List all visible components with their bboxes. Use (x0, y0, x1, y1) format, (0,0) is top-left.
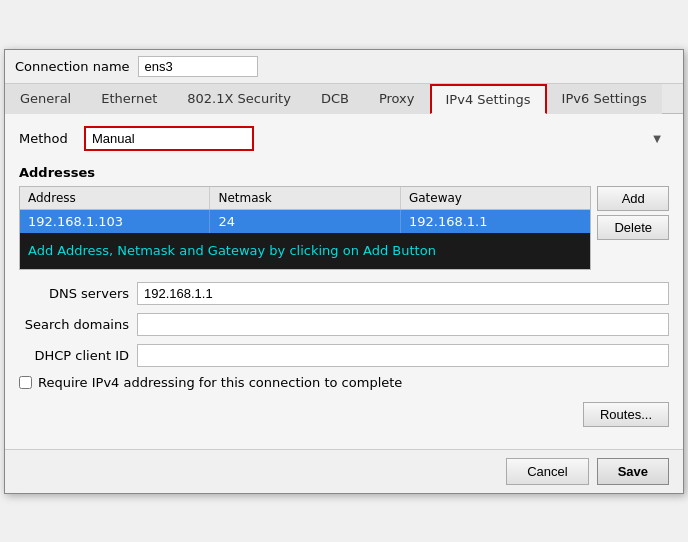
connection-name-label: Connection name (15, 59, 130, 74)
checkbox-row: Require IPv4 addressing for this connect… (19, 375, 669, 390)
tab-ethernet[interactable]: Ethernet (86, 84, 172, 114)
cell-address: 192.168.1.103 (20, 210, 210, 233)
method-select[interactable]: Automatic (DHCP) Manual Link-Local Only … (84, 126, 254, 151)
col-address: Address (20, 187, 210, 209)
tab-ipv4[interactable]: IPv4 Settings (430, 84, 547, 114)
tab-proxy[interactable]: Proxy (364, 84, 430, 114)
routes-button[interactable]: Routes... (583, 402, 669, 427)
addresses-table-wrapper: Address Netmask Gateway 192.168.1.103 24… (19, 186, 669, 270)
connection-name-bar: Connection name (5, 50, 683, 84)
method-label: Method (19, 131, 74, 146)
dhcp-label: DHCP client ID (19, 348, 129, 363)
addresses-table: Address Netmask Gateway 192.168.1.103 24… (19, 186, 591, 270)
dns-input[interactable] (137, 282, 669, 305)
tab-security[interactable]: 802.1X Security (172, 84, 306, 114)
address-row[interactable]: 192.168.1.103 24 192.168.1.1 (20, 210, 590, 233)
main-window: Connection name General Ethernet 802.1X … (4, 49, 684, 494)
checkbox-label: Require IPv4 addressing for this connect… (38, 375, 402, 390)
cell-gateway: 192.168.1.1 (401, 210, 590, 233)
tab-general[interactable]: General (5, 84, 86, 114)
dhcp-row: DHCP client ID (19, 344, 669, 367)
bottom-buttons: Cancel Save (5, 449, 683, 493)
ipv4-require-checkbox[interactable] (19, 376, 32, 389)
save-button[interactable]: Save (597, 458, 669, 485)
tooltip-text: Add Address, Netmask and Gateway by clic… (28, 243, 436, 258)
add-button[interactable]: Add (597, 186, 669, 211)
connection-name-input[interactable] (138, 56, 258, 77)
delete-button[interactable]: Delete (597, 215, 669, 240)
method-select-wrapper: Automatic (DHCP) Manual Link-Local Only … (84, 126, 669, 151)
col-gateway: Gateway (401, 187, 590, 209)
cell-netmask: 24 (210, 210, 400, 233)
addresses-title: Addresses (19, 165, 669, 180)
col-netmask: Netmask (210, 187, 400, 209)
routes-row: Routes... (19, 402, 669, 427)
search-domains-input[interactable] (137, 313, 669, 336)
content-area: Method Automatic (DHCP) Manual Link-Loca… (5, 114, 683, 449)
addresses-section: Addresses Address Netmask Gateway 192.16… (19, 165, 669, 270)
cancel-button[interactable]: Cancel (506, 458, 588, 485)
dhcp-input[interactable] (137, 344, 669, 367)
search-domains-row: Search domains (19, 313, 669, 336)
search-domains-label: Search domains (19, 317, 129, 332)
dns-row: DNS servers (19, 282, 669, 305)
table-header: Address Netmask Gateway (20, 187, 590, 210)
tab-bar: General Ethernet 802.1X Security DCB Pro… (5, 84, 683, 114)
method-row: Method Automatic (DHCP) Manual Link-Loca… (19, 126, 669, 151)
tab-ipv6[interactable]: IPv6 Settings (547, 84, 662, 114)
tab-dcb[interactable]: DCB (306, 84, 364, 114)
dns-label: DNS servers (19, 286, 129, 301)
tooltip-row: Add Address, Netmask and Gateway by clic… (20, 233, 590, 269)
address-buttons: Add Delete (597, 186, 669, 270)
